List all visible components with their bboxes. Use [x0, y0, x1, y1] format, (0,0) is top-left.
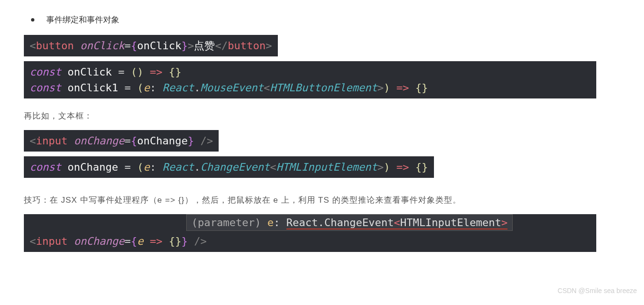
generic: HTMLButtonElement	[270, 82, 377, 94]
angle: >	[188, 40, 194, 52]
gt: >	[378, 161, 384, 173]
equals: =	[125, 40, 131, 52]
dot: .	[194, 161, 200, 173]
angle: <	[30, 40, 36, 52]
arrow: =>	[390, 82, 415, 94]
equals: =	[118, 66, 131, 78]
tooltip-generic: HTMLInputElement	[400, 217, 501, 229]
brace-close: }	[181, 40, 188, 52]
handler-name: onChange	[137, 135, 188, 147]
lt: <	[264, 82, 270, 94]
body: {}	[415, 82, 428, 94]
kw-const: const	[30, 82, 61, 94]
equals: =	[125, 235, 131, 247]
button-text: 点赞	[194, 40, 215, 52]
tooltip-dot: .	[318, 217, 324, 229]
close: >	[207, 135, 213, 147]
equals: =	[125, 135, 131, 147]
tooltip-type: ChangeEvent	[324, 217, 394, 229]
colon: :	[150, 82, 163, 94]
code-block-4: const onChange = (e: React.ChangeEvent<H…	[24, 156, 434, 178]
angle: <	[30, 235, 36, 247]
tag-input: input	[36, 235, 67, 247]
space	[67, 235, 74, 247]
parens: ()	[131, 66, 144, 78]
tooltip-lt: <	[394, 217, 400, 229]
paragraph-tip: 技巧：在 JSX 中写事件处理程序（e => {}），然后，把鼠标放在 e 上，…	[24, 195, 620, 206]
tooltip-colon: :	[274, 217, 286, 229]
rparen: )	[384, 82, 390, 94]
tooltip-ns: React	[286, 217, 318, 229]
code-block-5-wrapper: (parameter) e: React.ChangeEvent<HTMLInp…	[24, 214, 620, 252]
rparen: )	[384, 161, 390, 173]
handler-name: onClick	[137, 40, 181, 52]
bullet-text: 事件绑定和事件对象	[46, 14, 119, 25]
attr-onclick: onClick	[80, 40, 125, 52]
brace-open: {	[131, 235, 137, 247]
body: {}	[169, 66, 181, 78]
space	[67, 135, 74, 147]
kw-const: const	[30, 161, 61, 173]
param-e: e	[143, 161, 149, 173]
paragraph-textbox: 再比如，文本框：	[24, 110, 620, 121]
close: >	[201, 235, 207, 247]
body: {}	[169, 235, 181, 247]
tag-button: button	[36, 40, 74, 52]
slash: /	[194, 135, 207, 147]
param-e: e	[143, 82, 149, 94]
fn-name: onClick	[61, 66, 118, 78]
lparen: (	[137, 161, 143, 173]
end-close: >	[265, 40, 272, 52]
fn-name: onChange	[61, 161, 124, 173]
brace-open: {	[131, 135, 137, 147]
brace-close: }	[188, 135, 194, 147]
space	[74, 40, 80, 52]
slash: /	[188, 235, 201, 247]
brace-close: }	[181, 235, 188, 247]
colon: :	[150, 161, 163, 173]
fn-name: onClick1	[61, 82, 124, 94]
arrow: =>	[390, 161, 415, 173]
type-tooltip: (parameter) e: React.ChangeEvent<HTMLInp…	[186, 214, 513, 231]
kw-const: const	[30, 66, 61, 78]
code-block-3: <input onChange={onChange} />	[24, 130, 219, 152]
end-tag: button	[228, 40, 265, 52]
attr-onchange: onChange	[74, 135, 125, 147]
ns-react: React	[162, 82, 194, 94]
tag-input: input	[36, 135, 67, 147]
code-block-1: <button onClick={onClick}>点赞</button>	[24, 35, 278, 56]
code-block-2: const onClick = () => {} const onClick1 …	[24, 61, 596, 98]
equals: =	[125, 82, 137, 94]
type-mouseevent: MouseEvent	[201, 82, 264, 94]
body: {}	[415, 161, 428, 173]
equals: =	[125, 161, 137, 173]
bullet-heading: 事件绑定和事件对象	[31, 14, 620, 25]
gt: >	[378, 82, 384, 94]
tooltip-var: e	[267, 217, 274, 229]
end-angle: </	[215, 40, 228, 52]
dot: .	[194, 82, 200, 94]
lparen: (	[137, 82, 143, 94]
brace-open: {	[131, 40, 137, 52]
generic: HTMLInputElement	[276, 161, 378, 173]
lt: <	[270, 161, 276, 173]
type-changeevent: ChangeEvent	[201, 161, 270, 173]
angle: <	[30, 135, 36, 147]
arrow: =>	[143, 235, 169, 247]
attr-onchange: onChange	[74, 235, 125, 247]
bullet-icon	[31, 18, 34, 22]
arrow: =>	[143, 66, 169, 78]
param-e: e	[137, 235, 143, 247]
tooltip-label: (parameter)	[191, 217, 267, 229]
ns-react: React	[162, 161, 194, 173]
tooltip-gt: >	[501, 217, 507, 229]
